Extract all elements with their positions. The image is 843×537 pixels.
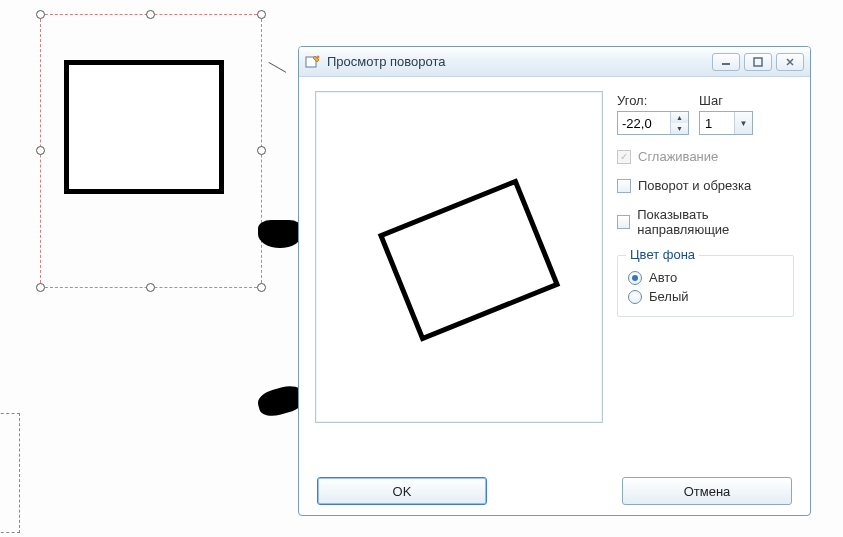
- checkbox-icon: ✓: [617, 150, 631, 164]
- app-icon: [305, 54, 321, 70]
- close-button[interactable]: [776, 53, 804, 71]
- rotate-crop-checkbox-row[interactable]: Поворот и обрезка: [617, 178, 794, 193]
- svg-point-1: [317, 55, 320, 58]
- chevron-down-icon[interactable]: ▼: [734, 112, 752, 134]
- checkbox-icon[interactable]: [617, 179, 631, 193]
- bgcolor-white-radio[interactable]: Белый: [628, 289, 783, 304]
- resize-handle-e[interactable]: [257, 146, 266, 155]
- bgcolor-white-label: Белый: [649, 289, 689, 304]
- background-brush-mark: [258, 220, 302, 248]
- preview-rectangle: [378, 178, 561, 342]
- canvas-rectangle: [64, 60, 224, 194]
- maximize-button[interactable]: [744, 53, 772, 71]
- radio-icon[interactable]: [628, 290, 642, 304]
- spin-down-icon[interactable]: ▼: [671, 123, 688, 134]
- resize-handle-se[interactable]: [257, 283, 266, 292]
- resize-handle-nw[interactable]: [36, 10, 45, 19]
- resize-handle-n[interactable]: [146, 10, 155, 19]
- background-color-group: Цвет фона Авто Белый: [617, 255, 794, 317]
- rotate-preview-dialog: Просмотр поворота Угол:: [298, 46, 811, 516]
- resize-handle-ne[interactable]: [257, 10, 266, 19]
- bgcolor-auto-label: Авто: [649, 270, 677, 285]
- resize-handle-sw[interactable]: [36, 283, 45, 292]
- step-value: 1: [700, 112, 734, 134]
- smoothing-checkbox-row: ✓ Сглаживание: [617, 149, 794, 164]
- resize-handle-s[interactable]: [146, 283, 155, 292]
- radio-icon[interactable]: [628, 271, 642, 285]
- secondary-selection[interactable]: [0, 413, 20, 533]
- bgcolor-legend: Цвет фона: [626, 247, 699, 262]
- spin-up-icon[interactable]: ▲: [671, 112, 688, 123]
- checkbox-icon[interactable]: [617, 215, 630, 229]
- svg-rect-3: [754, 58, 762, 66]
- minimize-button[interactable]: [712, 53, 740, 71]
- angle-label: Угол:: [617, 93, 689, 108]
- angle-spinner[interactable]: ▲ ▼: [617, 111, 689, 135]
- smoothing-label: Сглаживание: [638, 149, 718, 164]
- bgcolor-auto-radio[interactable]: Авто: [628, 270, 783, 285]
- step-select[interactable]: 1 ▼: [699, 111, 753, 135]
- selection-tail: [259, 62, 286, 89]
- dialog-titlebar[interactable]: Просмотр поворота: [299, 47, 810, 77]
- resize-handle-w[interactable]: [36, 146, 45, 155]
- angle-input[interactable]: [618, 112, 670, 134]
- dialog-title: Просмотр поворота: [327, 54, 445, 69]
- step-label: Шаг: [699, 93, 753, 108]
- show-guides-label: Показывать направляющие: [637, 207, 794, 237]
- rotate-crop-label: Поворот и обрезка: [638, 178, 751, 193]
- show-guides-checkbox-row[interactable]: Показывать направляющие: [617, 207, 794, 237]
- rotation-preview: [315, 91, 603, 423]
- ok-button[interactable]: OK: [317, 477, 487, 505]
- cancel-button[interactable]: Отмена: [622, 477, 792, 505]
